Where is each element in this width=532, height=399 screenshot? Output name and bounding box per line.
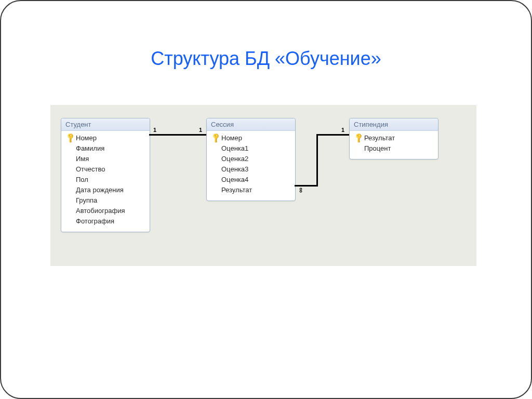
cardinality-label: 1 — [199, 127, 202, 133]
entity-header: Студент — [61, 118, 150, 131]
entity-session[interactable]: Сессия 🔑Номер Оценка1 Оценка2 Оценка3 Оц… — [206, 118, 296, 201]
key-icon: 🔑 — [66, 133, 75, 143]
field-row[interactable]: 🔑Номер — [210, 133, 292, 143]
key-icon: 🔑 — [212, 133, 220, 143]
field-row[interactable]: Группа — [64, 195, 147, 206]
field-row[interactable]: Результат — [210, 185, 292, 195]
cardinality-label: 1 — [341, 127, 344, 133]
field-row[interactable]: Оценка1 — [210, 143, 292, 154]
field-row[interactable]: Автобиография — [64, 206, 147, 216]
field-row[interactable]: Оценка4 — [210, 175, 292, 185]
entity-student[interactable]: Студент 🔑Номер Фамилия Имя Отчество Пол … — [61, 118, 150, 232]
field-row[interactable]: Фотография — [64, 216, 147, 227]
cardinality-label: 1 — [153, 127, 156, 133]
slide-frame: Структура БД «Обучение» Студент 🔑Номер Ф… — [0, 0, 532, 399]
cardinality-label: ∞ — [297, 188, 305, 193]
field-row[interactable]: Оценка3 — [210, 164, 292, 175]
diagram-canvas: Студент 🔑Номер Фамилия Имя Отчество Пол … — [50, 105, 476, 266]
entity-body: 🔑Результат Процент — [350, 131, 438, 159]
entity-body: 🔑Номер Оценка1 Оценка2 Оценка3 Оценка4 Р… — [207, 131, 295, 201]
field-row[interactable]: Дата рождения — [64, 185, 147, 195]
field-row[interactable]: Фамилия — [64, 143, 147, 154]
field-row[interactable]: Процент — [353, 143, 435, 154]
key-icon: 🔑 — [355, 133, 363, 143]
entity-body: 🔑Номер Фамилия Имя Отчество Пол Дата рож… — [61, 131, 150, 232]
entity-header: Сессия — [207, 118, 295, 131]
entity-header: Стипендия — [350, 118, 438, 131]
field-row[interactable]: Оценка2 — [210, 154, 292, 164]
field-row[interactable]: Пол — [64, 175, 147, 185]
slide-title: Структура БД «Обучение» — [1, 48, 531, 70]
entity-scholarship[interactable]: Стипендия 🔑Результат Процент — [349, 118, 438, 159]
field-row[interactable]: 🔑Номер — [64, 133, 147, 143]
field-row[interactable]: Имя — [64, 154, 147, 164]
field-row[interactable]: 🔑Результат — [353, 133, 435, 143]
field-row[interactable]: Отчество — [64, 164, 147, 175]
